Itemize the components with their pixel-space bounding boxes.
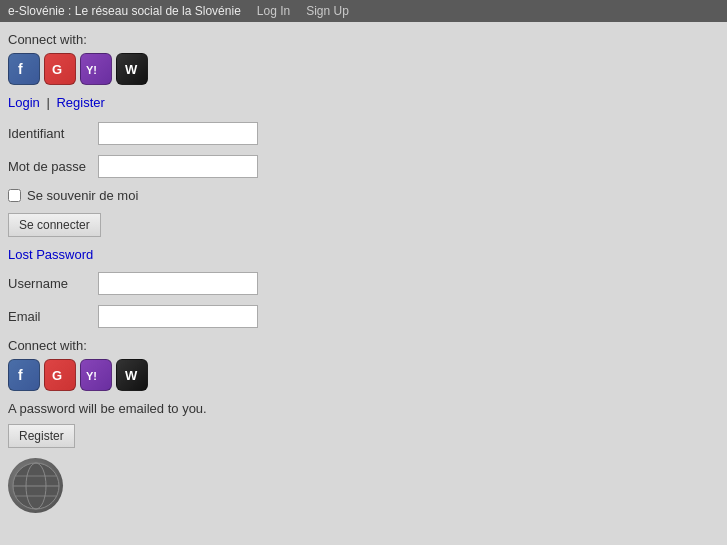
wordpress-icon[interactable]: W (116, 53, 148, 85)
register-button[interactable]: Register (8, 424, 75, 448)
svg-text:G: G (52, 62, 62, 77)
svg-text:Y!: Y! (86, 370, 97, 382)
login-link[interactable]: Login (8, 95, 40, 110)
register-link[interactable]: Register (56, 95, 104, 110)
login-form: Identifiant Mot de passe Se souvenir de … (8, 122, 719, 237)
facebook-icon-2[interactable]: f (8, 359, 40, 391)
email-row: Email (8, 305, 719, 328)
remember-row: Se souvenir de moi (8, 188, 719, 203)
username-label: Username (8, 276, 98, 291)
submit-button[interactable]: Se connecter (8, 213, 101, 237)
remember-label: Se souvenir de moi (27, 188, 138, 203)
remember-checkbox[interactable] (8, 189, 21, 202)
svg-text:Y!: Y! (86, 64, 97, 76)
password-input[interactable] (98, 155, 258, 178)
social-icons-row-1: f G Y! W (8, 53, 719, 85)
topbar-signup-link[interactable]: Sign Up (306, 4, 349, 18)
yahoo-icon[interactable]: Y! (80, 53, 112, 85)
identifiant-label: Identifiant (8, 126, 98, 141)
svg-text:f: f (18, 61, 23, 77)
lost-password-section: Lost Password (8, 247, 719, 262)
email-input[interactable] (98, 305, 258, 328)
topbar-login-link[interactable]: Log In (257, 4, 290, 18)
topbar: e-Slovénie : Le réseau social de la Slov… (0, 0, 727, 22)
password-label: Mot de passe (8, 159, 98, 174)
info-text: A password will be emailed to you. (8, 401, 719, 416)
email-label: Email (8, 309, 98, 324)
svg-text:W: W (125, 368, 138, 383)
register-form: Username Email Connect with: f G Y! (8, 272, 719, 448)
svg-text:G: G (52, 368, 62, 383)
auth-links: Login | Register (8, 95, 719, 110)
auth-separator: | (46, 95, 49, 110)
password-row: Mot de passe (8, 155, 719, 178)
wordpress-icon-2[interactable]: W (116, 359, 148, 391)
identifiant-row: Identifiant (8, 122, 719, 145)
username-input[interactable] (98, 272, 258, 295)
facebook-icon[interactable]: f (8, 53, 40, 85)
site-title: e-Slovénie : Le réseau social de la Slov… (8, 4, 241, 18)
svg-text:W: W (125, 62, 138, 77)
username-row: Username (8, 272, 719, 295)
connect-label-2: Connect with: (8, 338, 719, 353)
svg-text:f: f (18, 367, 23, 383)
google-icon-2[interactable]: G (44, 359, 76, 391)
google-icon[interactable]: G (44, 53, 76, 85)
yahoo-icon-2[interactable]: Y! (80, 359, 112, 391)
main-content: Connect with: f G Y! W Login | Register (0, 22, 727, 523)
social-icons-row-2: f G Y! W (8, 359, 719, 391)
lost-password-link[interactable]: Lost Password (8, 247, 93, 262)
globe-icon (8, 458, 63, 513)
connect-label-1: Connect with: (8, 32, 719, 47)
identifiant-input[interactable] (98, 122, 258, 145)
